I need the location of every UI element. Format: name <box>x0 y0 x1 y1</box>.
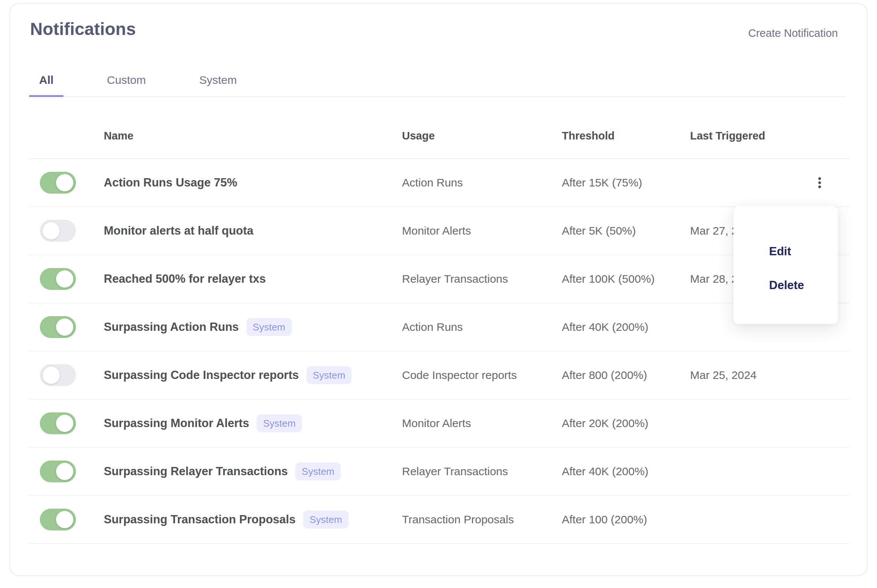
toggle-knob <box>56 174 73 191</box>
row-context-menu: Edit Delete <box>733 206 838 324</box>
toggle-cell <box>29 268 104 290</box>
name-cell: Reached 500% for relayer txs <box>104 272 402 286</box>
tab-system[interactable]: System <box>189 64 247 96</box>
usage-cell: Monitor Alerts <box>402 224 562 237</box>
toggle-cell <box>29 412 104 434</box>
table-body: Action Runs Usage 75% Action Runs After … <box>29 159 850 544</box>
threshold-cell: After 15K (75%) <box>562 176 690 189</box>
enable-toggle[interactable] <box>40 461 76 482</box>
table-row: Surpassing Transaction Proposals System … <box>29 496 850 544</box>
table-row: Surpassing Relayer Transactions System R… <box>29 448 850 496</box>
table-row: Surpassing Action Runs System Action Run… <box>29 303 850 352</box>
create-notification-button[interactable]: Create Notification <box>748 27 838 39</box>
threshold-cell: After 40K (200%) <box>562 465 690 478</box>
threshold-cell: After 20K (200%) <box>562 417 690 430</box>
table-row: Action Runs Usage 75% Action Runs After … <box>29 159 850 207</box>
system-badge: System <box>256 414 302 432</box>
enable-toggle[interactable] <box>40 364 76 386</box>
menu-item-edit[interactable]: Edit <box>733 235 838 268</box>
column-header-name: Name <box>104 130 402 142</box>
table-row: Surpassing Code Inspector reports System… <box>29 352 850 400</box>
threshold-cell: After 800 (200%) <box>562 369 690 382</box>
toggle-cell <box>29 461 104 482</box>
table-row: Surpassing Monitor Alerts System Monitor… <box>29 400 850 448</box>
toggle-knob <box>42 222 60 239</box>
system-badge: System <box>295 462 341 480</box>
name-cell: Surpassing Monitor Alerts System <box>104 414 402 432</box>
system-badge: System <box>246 318 292 336</box>
name-cell: Surpassing Code Inspector reports System <box>104 366 402 384</box>
threshold-cell: After 5K (50%) <box>562 224 690 237</box>
notification-name: Monitor alerts at half quota <box>104 224 253 238</box>
enable-toggle[interactable] <box>40 220 76 242</box>
column-header-last-triggered: Last Triggered <box>690 130 850 142</box>
kebab-menu-icon[interactable] <box>815 174 825 192</box>
usage-cell: Code Inspector reports <box>402 369 562 382</box>
notification-name: Surpassing Transaction Proposals <box>104 513 296 526</box>
usage-cell: Transaction Proposals <box>402 513 562 526</box>
toggle-knob <box>42 367 60 384</box>
notification-name: Action Runs Usage 75% <box>104 176 237 189</box>
toggle-cell <box>29 172 104 194</box>
tab-custom[interactable]: Custom <box>97 64 156 96</box>
toggle-cell <box>29 220 104 242</box>
name-cell: Monitor alerts at half quota <box>104 224 402 238</box>
notification-name: Surpassing Monitor Alerts <box>104 417 249 430</box>
system-badge: System <box>303 511 349 529</box>
toggle-knob <box>56 415 73 432</box>
enable-toggle[interactable] <box>40 509 76 530</box>
toggle-cell <box>29 316 104 338</box>
toggle-cell <box>29 364 104 386</box>
page-title: Notifications <box>30 19 136 39</box>
enable-toggle[interactable] <box>40 316 76 338</box>
tab-all[interactable]: All <box>29 64 64 96</box>
toggle-knob <box>56 463 73 480</box>
column-header-threshold: Threshold <box>562 130 690 142</box>
table-row: Monitor alerts at half quota Monitor Ale… <box>29 207 850 255</box>
system-badge: System <box>306 366 352 384</box>
toggle-knob <box>56 318 73 336</box>
usage-cell: Action Runs <box>402 176 562 189</box>
column-header-usage: Usage <box>402 130 562 142</box>
name-cell: Action Runs Usage 75% <box>104 176 402 189</box>
toggle-knob <box>56 511 73 528</box>
enable-toggle[interactable] <box>40 412 76 434</box>
toggle-knob <box>56 270 73 288</box>
enable-toggle[interactable] <box>40 172 76 194</box>
toggle-cell <box>29 509 104 530</box>
name-cell: Surpassing Transaction Proposals System <box>104 511 402 529</box>
threshold-cell: After 100K (500%) <box>562 273 690 285</box>
notification-name: Surpassing Code Inspector reports <box>104 368 299 382</box>
name-cell: Surpassing Action Runs System <box>104 318 402 336</box>
notification-name: Reached 500% for relayer txs <box>104 272 266 286</box>
last-triggered-cell: Mar 25, 2024 <box>690 369 850 382</box>
table-row: Reached 500% for relayer txs Relayer Tra… <box>29 255 850 303</box>
usage-cell: Relayer Transactions <box>402 273 562 285</box>
usage-cell: Monitor Alerts <box>402 417 562 430</box>
table-header-row: Name Usage Threshold Last Triggered <box>29 114 850 159</box>
usage-cell: Relayer Transactions <box>402 465 562 478</box>
name-cell: Surpassing Relayer Transactions System <box>104 462 402 480</box>
notification-name: Surpassing Relayer Transactions <box>104 465 288 478</box>
menu-item-delete[interactable]: Delete <box>733 268 838 302</box>
threshold-cell: After 40K (200%) <box>562 321 690 333</box>
usage-cell: Action Runs <box>402 321 562 333</box>
tab-bar: All Custom System <box>29 64 846 97</box>
notifications-table: Name Usage Threshold Last Triggered Acti… <box>29 114 850 544</box>
notification-name: Surpassing Action Runs <box>104 320 239 334</box>
threshold-cell: After 100 (200%) <box>562 513 690 526</box>
notifications-screen: Notifications Create Notification All Cu… <box>0 0 877 588</box>
enable-toggle[interactable] <box>40 268 76 290</box>
